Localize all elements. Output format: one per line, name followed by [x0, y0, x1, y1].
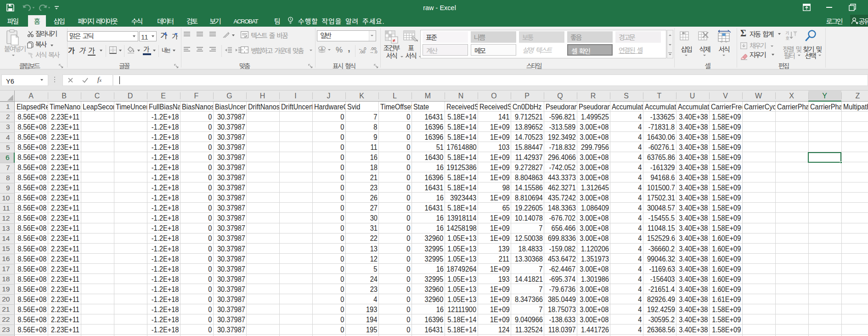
svg-text:.00: .00 — [359, 49, 365, 54]
svg-text:호: 호 — [785, 35, 789, 41]
svg-text:→.0: →.0 — [369, 49, 377, 54]
svg-text:$: $ — [321, 46, 323, 51]
svg-text:≠: ≠ — [393, 38, 395, 43]
